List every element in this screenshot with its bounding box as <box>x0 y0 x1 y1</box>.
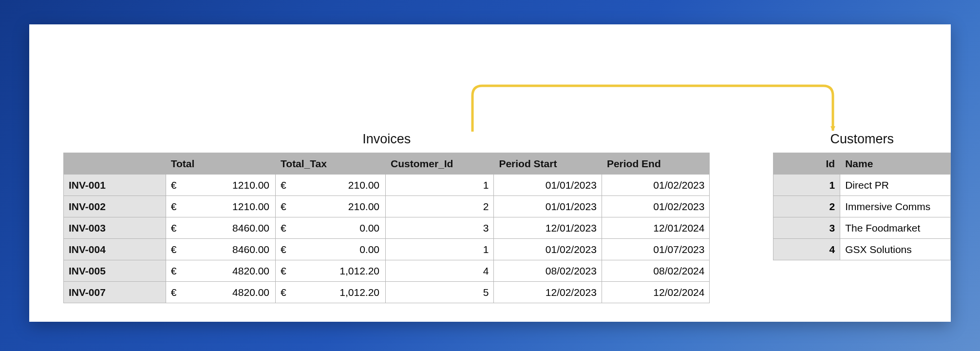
invoice-period-start: 01/02/2023 <box>494 239 602 260</box>
invoice-total: €1210.00 <box>166 196 275 217</box>
invoice-customer-id: 4 <box>386 260 494 282</box>
invoice-total: €4820.00 <box>166 282 275 303</box>
invoices-header-row: Total Total_Tax Customer_Id Period Start… <box>64 153 710 175</box>
invoices-col-total: Total <box>166 153 275 175</box>
invoice-customer-id: 5 <box>386 282 494 303</box>
invoice-period-start: 08/02/2023 <box>494 260 602 282</box>
invoices-section: Invoices Total Total_Tax Customer_Id Per… <box>63 132 710 303</box>
customer-id: 4 <box>773 239 840 260</box>
invoice-total: €4820.00 <box>166 260 275 282</box>
invoice-id: INV-005 <box>64 260 166 282</box>
invoice-id: INV-002 <box>64 196 166 217</box>
table-row: INV-005€4820.00€1,012.20408/02/202308/02… <box>64 260 710 282</box>
invoice-total-tax: €1,012.20 <box>276 282 386 303</box>
invoice-customer-id: 2 <box>386 196 494 217</box>
invoice-period-end: 12/01/2024 <box>602 217 710 239</box>
invoice-total-tax: €210.00 <box>276 196 386 217</box>
invoice-id: INV-007 <box>64 282 166 303</box>
invoice-id: INV-001 <box>64 175 166 196</box>
customer-id: 1 <box>773 175 840 196</box>
customer-name: The Foodmarket <box>840 217 951 239</box>
table-row: 3The Foodmarket <box>773 217 951 239</box>
table-row: 2Immersive Comms <box>773 196 951 217</box>
table-row: INV-001€1210.00€210.00101/01/202301/02/2… <box>64 175 710 196</box>
invoice-period-start: 01/01/2023 <box>494 175 602 196</box>
invoices-title: Invoices <box>362 132 411 147</box>
customers-title: Customers <box>830 132 894 147</box>
invoice-total-tax: €210.00 <box>276 175 386 196</box>
customer-id: 2 <box>773 196 840 217</box>
invoices-col-period-end: Period End <box>602 153 710 175</box>
invoice-total-tax: €0.00 <box>276 217 386 239</box>
invoice-period-end: 01/02/2023 <box>602 175 710 196</box>
invoice-total: €8460.00 <box>166 239 275 260</box>
invoice-total-tax: €1,012.20 <box>276 260 386 282</box>
invoice-id: INV-003 <box>64 217 166 239</box>
invoice-total: €8460.00 <box>166 217 275 239</box>
invoice-customer-id: 3 <box>386 217 494 239</box>
invoice-total: €1210.00 <box>166 175 275 196</box>
customers-col-id: Id <box>773 153 840 175</box>
invoices-col-id <box>64 153 166 175</box>
invoices-table: Total Total_Tax Customer_Id Period Start… <box>63 153 710 303</box>
customer-name: Direct PR <box>840 175 951 196</box>
invoice-period-end: 12/02/2024 <box>602 282 710 303</box>
invoices-col-period-start: Period Start <box>494 153 602 175</box>
table-row: INV-004€8460.00€0.00101/02/202301/07/202… <box>64 239 710 260</box>
customers-col-name: Name <box>840 153 951 175</box>
table-row: INV-002€1210.00€210.00201/01/202301/02/2… <box>64 196 710 217</box>
invoice-period-start: 12/02/2023 <box>494 282 602 303</box>
invoice-customer-id: 1 <box>386 239 494 260</box>
invoice-period-end: 08/02/2024 <box>602 260 710 282</box>
invoice-period-start: 01/01/2023 <box>494 196 602 217</box>
customer-id: 3 <box>773 217 840 239</box>
invoice-id: INV-004 <box>64 239 166 260</box>
table-row: 1Direct PR <box>773 175 951 196</box>
table-row: INV-003€8460.00€0.00312/01/202312/01/202… <box>64 217 710 239</box>
customers-header-row: Id Name <box>773 153 951 175</box>
invoices-col-total-tax: Total_Tax <box>276 153 386 175</box>
invoices-col-customer-id: Customer_Id <box>386 153 494 175</box>
customers-table: Id Name 1Direct PR2Immersive Comms3The F… <box>773 153 951 260</box>
customer-name: GSX Solutions <box>840 239 951 260</box>
customer-name: Immersive Comms <box>840 196 951 217</box>
invoice-period-start: 12/01/2023 <box>494 217 602 239</box>
invoice-total-tax: €0.00 <box>276 239 386 260</box>
table-row: 4GSX Solutions <box>773 239 951 260</box>
invoice-period-end: 01/02/2023 <box>602 196 710 217</box>
invoice-customer-id: 1 <box>386 175 494 196</box>
customers-section: Customers Id Name 1Direct PR2Immersive C… <box>773 132 951 260</box>
table-row: INV-007€4820.00€1,012.20512/02/202312/02… <box>64 282 710 303</box>
diagram-card: Invoices Total Total_Tax Customer_Id Per… <box>29 24 951 322</box>
invoice-period-end: 01/07/2023 <box>602 239 710 260</box>
